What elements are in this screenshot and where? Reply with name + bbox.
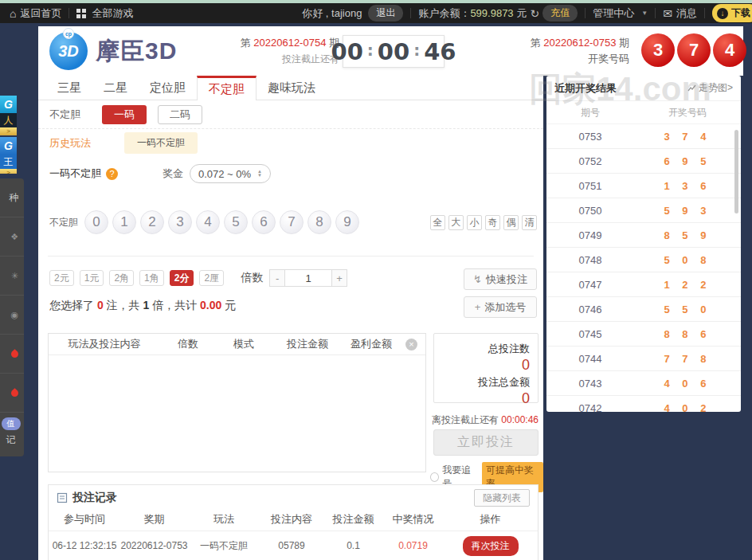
promo-banner-2[interactable]: G 王 > [0, 137, 17, 174]
left-menu-item[interactable]: ❖ [0, 217, 24, 257]
left-menu-item-hot[interactable] [0, 374, 24, 413]
number-8[interactable]: 8 [307, 210, 331, 234]
number-9[interactable]: 9 [335, 210, 359, 234]
play-tag[interactable]: 一码不定胆 [124, 132, 198, 154]
menu-last-label: 记 [6, 433, 16, 447]
record-win: 0.0719 [383, 540, 443, 551]
add-numbers-button[interactable]: + 添加选号 [464, 296, 537, 318]
quick-odd[interactable]: 奇 [485, 215, 500, 230]
cart-col-content: 玩法及投注内容 [49, 337, 160, 351]
quick-even[interactable]: 偶 [503, 215, 519, 230]
current-issue-info: 第 20220612-0754 期 投注截止还有 [229, 35, 339, 67]
result-row: 0742 4 0 2 [546, 396, 741, 412]
home-label: 返回首页 [20, 6, 61, 21]
record-row: 06-12 12:32:15 20220612-0753 一码不定胆 05789… [49, 531, 538, 560]
chase-radio[interactable] [430, 472, 439, 482]
records-table-header: 参与时间 奖期 玩法 投注内容 投注金额 中奖情况 操作 [49, 507, 538, 531]
game-logo[interactable]: 3D cp 摩臣3D [49, 32, 177, 70]
trend-chart-link[interactable]: 走势图> [687, 81, 733, 95]
one-code-button[interactable]: 一码 [102, 105, 147, 124]
admin-center-menu[interactable]: 管理中心 ▼ [593, 6, 648, 21]
tab-nonposition[interactable]: 不定胆 [197, 76, 257, 100]
home-link[interactable]: ⌂ 返回首页 [10, 6, 61, 21]
bonus-value: 0.072 ~ 0% [198, 168, 251, 180]
denom-1jiao[interactable]: 1角 [139, 270, 164, 286]
hide-list-button[interactable]: 隐藏列表 [474, 489, 530, 507]
clipboard-icon [57, 492, 68, 503]
bonus-select[interactable]: 0.072 ~ 0% ▲▼ [190, 164, 271, 183]
last-draw-balls: 3 7 4 [641, 33, 746, 67]
clear-cart-icon[interactable]: × [405, 339, 417, 350]
promo2-text: 王 [0, 155, 17, 169]
two-code-button[interactable]: 二码 [158, 105, 202, 124]
multiplier-minus-button[interactable]: - [269, 269, 285, 287]
denom-2jiao[interactable]: 2角 [109, 270, 134, 286]
left-menu-item[interactable]: 值 记 [0, 413, 24, 452]
left-menu-item[interactable]: ◉ [0, 296, 24, 335]
denom-2li[interactable]: 2厘 [199, 270, 224, 286]
lightning-icon: ↯ [473, 273, 482, 285]
number-1[interactable]: 1 [112, 210, 136, 234]
all-games-link[interactable]: 全部游戏 [76, 6, 133, 21]
recharge-button[interactable]: 充值 [542, 5, 578, 22]
menu-icon: ◉ [10, 310, 18, 320]
records-header: 投注记录 隐藏列表 [49, 485, 538, 507]
number-3[interactable]: 3 [168, 210, 192, 234]
menu-icon: ❖ [10, 232, 18, 242]
bet-totals-box: 总投注数 0 投注总金额 0 [433, 333, 539, 403]
refresh-icon[interactable]: ↻ [531, 7, 540, 20]
tab-threestar[interactable]: 三星 [46, 76, 92, 100]
promo-banner-1[interactable]: G 人 > [0, 96, 17, 135]
left-menu-item[interactable]: ✳ [0, 257, 24, 296]
history-play-link[interactable]: 历史玩法 [49, 136, 91, 151]
game-header: 3D cp 摩臣3D 第 20220612-0754 期 投注截止还有 00 :… [38, 26, 743, 76]
number-6[interactable]: 6 [252, 210, 276, 234]
quick-small[interactable]: 小 [467, 215, 482, 230]
col-issue: 期号 [546, 106, 634, 119]
divider [704, 8, 705, 18]
quick-clear[interactable]: 清 [522, 215, 537, 230]
multiplier-plus-button[interactable]: + [331, 269, 347, 287]
denom-2yuan[interactable]: 2元 [49, 270, 74, 286]
denom-2fen[interactable]: 2分 [170, 270, 194, 286]
total-amount: 0.00 [200, 299, 221, 311]
rec-col-action: 操作 [443, 512, 538, 527]
result-row: 0750 5 9 3 [546, 198, 741, 223]
tab-twostar[interactable]: 二星 [92, 76, 139, 100]
record-issue: 20220612-0753 [120, 540, 188, 551]
recent-results-panel: 近期开奖结果 走势图> 期号 开奖号码 0753 3 7 4 0752 6 9 … [546, 76, 741, 412]
bet-cart: 玩法及投注内容 倍数 模式 投注金额 盈利金额 × [48, 333, 426, 472]
picker-label: 不定胆 [49, 216, 84, 229]
tab-fun[interactable]: 趣味玩法 [257, 76, 327, 100]
record-amount: 0.1 [323, 540, 383, 551]
download-label: 下载 [731, 6, 750, 20]
left-menu-item[interactable]: 种 [0, 178, 24, 217]
result-row: 0743 4 0 6 [546, 371, 741, 396]
bonus-label: 奖金 [163, 166, 183, 181]
multiplier-input[interactable]: 1 [285, 269, 331, 287]
left-menu-item-hot[interactable] [0, 335, 24, 374]
number-4[interactable]: 4 [196, 210, 220, 234]
download-button[interactable]: ↓ 下载 [712, 4, 752, 22]
quick-big[interactable]: 大 [448, 215, 464, 230]
result-row: 0751 1 3 6 [546, 174, 741, 198]
quick-all[interactable]: 全 [430, 215, 445, 230]
scrollbar-thumb[interactable] [734, 130, 738, 213]
logout-button[interactable]: 退出 [368, 5, 403, 22]
number-0[interactable]: 0 [84, 210, 108, 234]
submit-bet-button[interactable]: 立即投注 [433, 429, 539, 456]
messages-link[interactable]: ✉ 消息 [663, 6, 697, 21]
tab-position[interactable]: 定位胆 [139, 76, 197, 100]
balance-unit: 元 [517, 6, 527, 21]
quick-bet-button[interactable]: ↯ 快速投注 [464, 268, 537, 290]
number-5[interactable]: 5 [224, 210, 248, 234]
plus-icon: + [475, 301, 481, 313]
number-2[interactable]: 2 [140, 210, 164, 234]
countdown-seconds: 46 [424, 38, 456, 65]
rebet-button[interactable]: 再次投注 [463, 536, 519, 556]
rec-col-issue: 奖期 [120, 512, 188, 527]
number-7[interactable]: 7 [280, 210, 304, 234]
denom-1yuan[interactable]: 1元 [80, 270, 104, 286]
results-title: 近期开奖结果 [554, 81, 617, 96]
help-icon[interactable]: ? [106, 168, 118, 180]
